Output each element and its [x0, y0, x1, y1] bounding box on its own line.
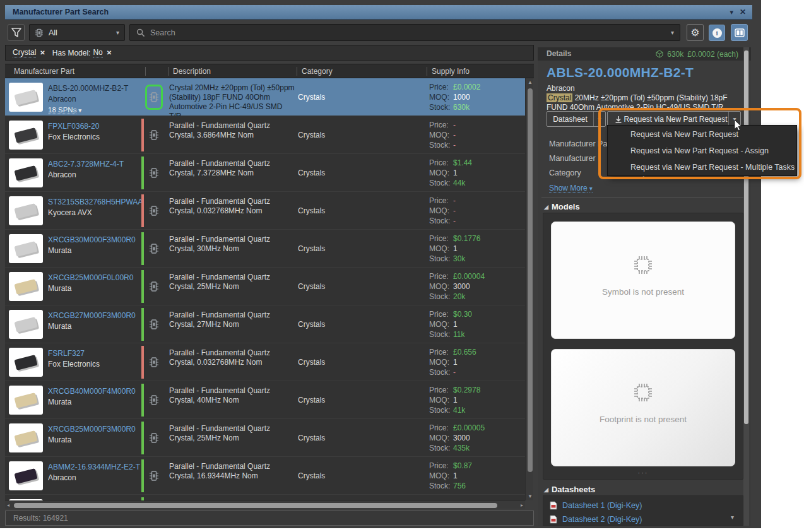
horizontal-scrollbar[interactable]: ◂ ▸ [5, 500, 525, 509]
details-scrollbar-thumb[interactable] [744, 50, 748, 424]
scope-dropdown[interactable]: All ▾ [29, 24, 125, 41]
filter-chip-crystal[interactable]: Crystal ✕ [13, 48, 45, 57]
menu-item[interactable]: Request via New Part Request - Assign [608, 143, 796, 159]
search-term-highlight: Crystal [547, 93, 572, 102]
model-status-bar [141, 422, 144, 454]
show-more-link[interactable]: Show More▾ [549, 184, 593, 192]
supply-moq-value: 1 [453, 396, 458, 405]
part-number-link[interactable]: FSRLF327 [48, 349, 141, 358]
part-number-link[interactable]: XRCGB30M000F3M00R0 [48, 235, 141, 244]
model-card[interactable]: Footprint is not present [551, 349, 735, 466]
table-row[interactable]: XRCGB30M000F3M00R0 Murata Parallel - Fun… [5, 230, 525, 268]
supply-moq-value: 3000 [453, 282, 470, 291]
part-manufacturer: Murata [48, 322, 141, 331]
table-row[interactable]: ST3215SB32768H5HPWAA Kyocera AVX Paralle… [5, 192, 525, 230]
row-supply-info: Price:$1.44 MOQ:1 Stock:44k [429, 158, 472, 189]
panel-titlebar[interactable]: Manufacturer Part Search ▾ ✕ [5, 5, 752, 20]
search-history-icon[interactable]: ▾ [671, 29, 674, 36]
models-section-header[interactable]: ◢Models [544, 202, 580, 211]
supply-stock-value: 41k [453, 406, 465, 415]
supply-stock-label: Stock: [429, 141, 453, 150]
part-number-link[interactable]: ABC2-7.3728MHZ-4-T [48, 160, 141, 168]
vertical-scrollbar[interactable]: ▲ ▼ [525, 78, 533, 500]
section-divider [541, 198, 745, 198]
remove-filter-icon[interactable]: ✕ [40, 49, 45, 56]
part-thumbnail [9, 121, 43, 150]
panels-button[interactable] [731, 24, 748, 41]
vertical-scrollbar-thumb[interactable] [528, 88, 533, 472]
table-row[interactable]: XRCGB25M000F3M00R0 Murata Parallel - Fun… [5, 419, 525, 457]
supply-price-label: Price: [429, 423, 453, 432]
row-description: Parallel - Fundamental Quartz Crystal, 2… [169, 424, 295, 443]
datasheet-link[interactable]: Datasheet 2 (Digi-Key) [550, 513, 642, 526]
column-header-description[interactable]: Description [173, 64, 211, 78]
part-number-link[interactable]: ABLS-20.000MHZ-B2-T [48, 84, 141, 93]
model-card[interactable]: Symbol is not present [551, 222, 735, 339]
supply-moq-label: MOQ: [429, 168, 453, 177]
supply-price-value: $0.87 [453, 461, 472, 470]
row-category: Crystals [298, 244, 399, 253]
row-supply-info: Price:£0.00005 MOQ:3000 Stock:435k [429, 423, 485, 454]
menu-item[interactable]: Request via New Part Request [608, 126, 796, 143]
table-row[interactable]: ABLS-20.000MHZ-B2-T Abracon 18 SPNs▾ Cry… [5, 78, 525, 116]
collapse-icon: ◢ [544, 204, 548, 210]
part-number-link[interactable]: ABMM2-16.9344MHZ-E2-T [48, 463, 141, 471]
table-row[interactable]: XRCGB27M000F3M00R0 Murata Parallel - Fun… [5, 305, 525, 343]
model-cell [145, 85, 163, 110]
supply-price-label: Price: [429, 348, 453, 357]
filter-button[interactable] [8, 24, 25, 41]
table-header: Manufacturer Part Description Category S… [5, 64, 534, 78]
table-row[interactable]: ABMM2-16.9344MHZ-E2-T Abracon Parallel -… [5, 457, 525, 495]
part-number-link[interactable]: XRCGB40M000F4M00R0 [48, 387, 141, 396]
models-overflow-dots[interactable]: ··· [543, 469, 743, 476]
part-number-link[interactable]: XRCGB25M000F3M00R0 [48, 425, 141, 434]
part-number-link[interactable]: ST3215SB32768H5HPWAA [48, 198, 141, 206]
supply-stock-value: - [453, 368, 456, 377]
column-header-category[interactable]: Category [302, 64, 333, 78]
settings-button[interactable]: ⚙ [687, 24, 704, 41]
part-number-link[interactable]: XRCGB25M000F0L00R0 [48, 273, 141, 282]
request-dropdown-icon[interactable]: ▾ [728, 112, 740, 126]
datasheets-section-header[interactable]: ◢Datasheets [544, 485, 595, 494]
details-title: Details [547, 47, 571, 61]
model-cell [145, 350, 163, 375]
datasheets-scroll-icon[interactable]: ▾ [731, 514, 734, 521]
part-manufacturer: Abracon [48, 473, 141, 482]
column-header-part[interactable]: Manufacturer Part [14, 64, 74, 78]
scroll-up-icon[interactable]: ▲ [528, 80, 533, 85]
datasheet-dropdown-icon[interactable]: ▾ [593, 112, 605, 126]
scroll-down-icon[interactable]: ▼ [528, 494, 533, 499]
table-row[interactable]: FSRLF327 Fox Electronics Parallel - Fund… [5, 343, 525, 381]
info-button[interactable]: i [709, 25, 725, 41]
supply-moq-value: - [453, 206, 456, 215]
search-input[interactable] [150, 28, 671, 37]
menu-item[interactable]: Request via New Part Request - Multiple … [608, 159, 796, 175]
table-row[interactable]: FPXLF0368-20 Fox Electronics Parallel - … [5, 116, 525, 154]
scroll-left-icon[interactable]: ◂ [7, 502, 9, 508]
supply-moq-value: 1000 [453, 93, 470, 102]
part-number-link[interactable]: FPXLF0368-20 [48, 122, 141, 131]
part-manufacturer: Murata [48, 435, 141, 444]
horizontal-scrollbar-thumb[interactable] [14, 503, 497, 508]
supply-moq-label: MOQ: [429, 320, 453, 329]
filter-chip-has-model[interactable]: Has Model: No ✕ [52, 48, 112, 57]
model-ic-icon [149, 394, 159, 406]
panel-close-icon[interactable]: ✕ [740, 5, 746, 20]
scroll-right-icon[interactable]: ▸ [521, 502, 523, 508]
model-status-bar [141, 384, 144, 417]
datasheet-link[interactable]: Datasheet 1 (Digi-Key) [550, 499, 642, 512]
part-number-link[interactable]: XRCGB27M000F3M00R0 [48, 311, 141, 320]
panel-menu-icon[interactable]: ▾ [730, 5, 733, 20]
column-header-supply[interactable]: Supply Info [432, 64, 470, 78]
datasheet-button[interactable]: Datasheet ▾ [547, 111, 606, 127]
remove-filter-icon[interactable]: ✕ [107, 49, 112, 56]
table-row[interactable]: ABC2-7.3728MHZ-4-T Abracon Parallel - Fu… [5, 154, 525, 192]
table-row[interactable]: XRCGB40M000F4M00R0 Murata Parallel - Fun… [5, 381, 525, 419]
search-field[interactable]: ▾ [129, 24, 680, 41]
table-row[interactable]: XRCGB25M000F0L00R0 Murata Parallel - Fun… [5, 268, 525, 305]
spns-link[interactable]: 18 SPNs▾ [48, 106, 81, 114]
details-scrollbar[interactable] [743, 47, 749, 526]
model-cell [145, 160, 163, 186]
supply-price-value: £0.656 [453, 348, 476, 357]
table-row[interactable]: XRCGB30M000F0L00R0 Murata Parallel - Fun… [5, 495, 525, 500]
